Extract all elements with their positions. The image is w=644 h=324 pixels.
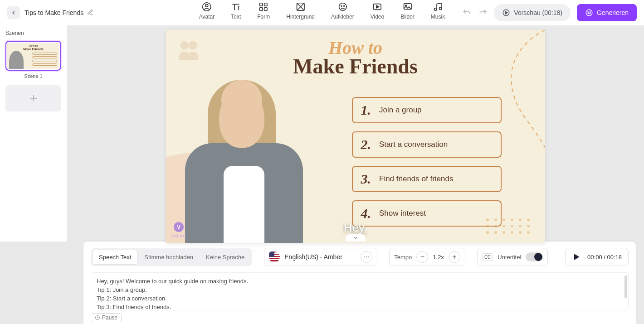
project-title[interactable]: Tips to Make Friends — [24, 9, 83, 16]
voice-name: English(US) - Amber — [284, 253, 356, 261]
pause-label: Pause — [102, 314, 117, 321]
list-item[interactable]: 3.Find friends of friends — [352, 166, 502, 192]
list-item[interactable]: 1.Join a group — [352, 97, 502, 123]
generate-icon — [585, 9, 593, 17]
generate-label: Generieren — [597, 9, 629, 16]
script-line: Tip 3: Find friends of friends. — [97, 303, 623, 310]
scene-label: Szene 1 — [5, 73, 61, 79]
tool-label: Text — [231, 14, 241, 20]
scene-preview: How to Make Friends — [7, 43, 59, 69]
list-item[interactable]: 2.Start a conversation — [352, 131, 502, 158]
script-line: Tip 2: Start a conversation. — [97, 295, 623, 303]
tool-label: Aufkleber — [331, 14, 354, 20]
script-textarea[interactable]: Hey, guys! Welcome to our quick guide on… — [91, 272, 629, 310]
svg-marker-11 — [376, 5, 379, 8]
svg-marker-17 — [506, 11, 508, 14]
svg-rect-3 — [264, 3, 267, 6]
list-text: Join a group — [379, 106, 422, 115]
svg-point-15 — [439, 7, 442, 10]
undo-icon[interactable] — [462, 8, 471, 17]
tempo-value: 1.2x — [433, 254, 444, 261]
scenes-sidebar: Szenen How to Make Friends Szene 1 — [0, 25, 67, 242]
subtitle-control: CC Untertitel — [477, 248, 548, 266]
avatar-icon — [202, 2, 212, 12]
svg-point-20 — [590, 12, 590, 13]
script-line: Tip 1: Join a group. — [97, 286, 623, 295]
list-num: 1. — [361, 102, 371, 118]
main: Szenen How to Make Friends Szene 1 — [0, 25, 644, 242]
tool-background[interactable]: Hintergrund — [286, 2, 315, 20]
canvas-area: How to Make Friends 1.Join a group 2.Sta… — [67, 25, 644, 242]
project-title-wrap: Tips to Make Friends — [24, 9, 93, 17]
speech-mode-tabs: Speech Text Stimme hochladen Keine Sprac… — [91, 248, 252, 266]
sticker-icon — [337, 2, 347, 12]
edit-title-icon[interactable] — [87, 9, 93, 17]
list-text: Start a conversation — [379, 140, 448, 149]
back-button[interactable] — [7, 6, 20, 19]
subtitle-label: Untertitel — [498, 254, 521, 261]
redo-icon[interactable] — [478, 8, 488, 17]
list-item[interactable]: 4.Show interest — [352, 200, 502, 227]
clock-icon — [95, 315, 100, 320]
header: Tips to Make Friends Avatar Text Form Hi… — [0, 0, 644, 25]
tool-text[interactable]: Text — [231, 2, 241, 20]
cc-icon: CC — [482, 253, 493, 261]
tool-label: Avatar — [199, 14, 215, 20]
tempo-increase-button[interactable]: + — [449, 251, 460, 263]
tool-sticker[interactable]: Aufkleber — [331, 2, 354, 20]
chevron-down-icon — [352, 235, 359, 241]
scenes-title: Szenen — [5, 30, 61, 36]
play-circle-icon — [502, 9, 510, 17]
tool-label: Hintergrund — [286, 14, 315, 20]
video-icon — [372, 2, 382, 12]
watermark: V Vidnoz — [171, 222, 186, 238]
chevron-left-icon — [10, 10, 17, 16]
svg-point-19 — [588, 12, 589, 13]
tempo-decrease-button[interactable]: − — [416, 251, 428, 263]
canvas[interactable]: How to Make Friends 1.Join a group 2.Sta… — [166, 30, 545, 243]
script-line: Hey, guys! Welcome to our quick guide on… — [97, 277, 623, 286]
tool-form[interactable]: Form — [257, 2, 270, 20]
tab-speech-text[interactable]: Speech Text — [92, 250, 138, 265]
tool-image[interactable]: Bilder — [400, 2, 415, 20]
controls-row: Speech Text Stimme hochladen Keine Sprac… — [91, 248, 629, 266]
svg-rect-2 — [260, 3, 263, 6]
voice-options-button[interactable]: ⋯ — [361, 251, 372, 263]
svg-point-1 — [205, 4, 208, 7]
scrollbar[interactable] — [624, 276, 627, 298]
subtitle-toggle[interactable] — [526, 252, 543, 261]
list-text: Show interest — [379, 209, 426, 218]
generate-button[interactable]: Generieren — [577, 4, 637, 21]
music-icon — [433, 2, 443, 12]
background-icon — [296, 2, 306, 12]
tool-video[interactable]: Video — [371, 2, 384, 20]
play-button[interactable] — [572, 252, 581, 261]
collapse-panel-button[interactable] — [346, 234, 366, 242]
svg-point-14 — [434, 8, 437, 11]
voice-selector[interactable]: English(US) - Amber ⋯ — [264, 248, 377, 266]
svg-rect-4 — [260, 8, 263, 10]
text-icon — [231, 2, 241, 12]
undo-redo — [462, 8, 488, 17]
image-icon — [403, 2, 413, 12]
preview-button[interactable]: Vorschau (00:18) — [494, 4, 571, 21]
playback-time: 00:00 / 00:18 — [587, 254, 622, 261]
tool-music[interactable]: Musik — [431, 2, 445, 20]
us-flag-icon — [269, 251, 280, 262]
watermark-text: Vidnoz — [171, 233, 186, 238]
add-scene-button[interactable] — [5, 85, 61, 111]
svg-point-18 — [586, 10, 592, 16]
tab-no-speech[interactable]: Keine Sprache — [200, 250, 251, 265]
svg-point-9 — [343, 5, 344, 6]
svg-marker-23 — [574, 254, 580, 260]
tool-avatar[interactable]: Avatar — [199, 2, 215, 20]
tool-label: Bilder — [400, 14, 415, 20]
scene-thumbnail[interactable]: How to Make Friends — [5, 41, 61, 71]
avatar-figure[interactable] — [176, 75, 317, 243]
tempo-control: Tempo − 1.2x + — [389, 248, 465, 266]
preview-label: Vorschau (00:18) — [514, 9, 562, 16]
tab-upload-voice[interactable]: Stimme hochladen — [138, 250, 200, 265]
insert-pause-button[interactable]: Pause — [91, 313, 122, 322]
header-right: Vorschau (00:18) Generieren — [462, 4, 637, 21]
bottom-panel: Speech Text Stimme hochladen Keine Sprac… — [0, 242, 644, 324]
